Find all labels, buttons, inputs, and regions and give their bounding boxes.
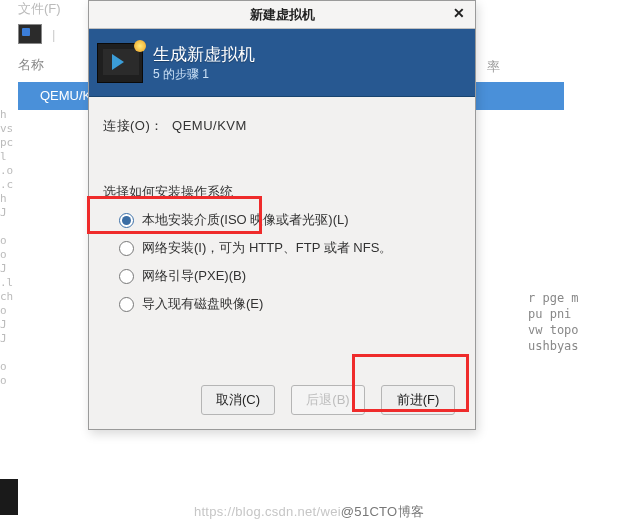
bg-terminal-right: r pge m pu pni vw topo ushbyas bbox=[528, 290, 618, 354]
radio-opt-local-iso[interactable]: 本地安装介质(ISO 映像或者光驱)(L) bbox=[119, 211, 463, 229]
dialog-body: 连接(O)： QEMU/KVM 选择如何安装操作系统 本地安装介质(ISO 映像… bbox=[89, 97, 475, 325]
column-header-name[interactable]: 名称 bbox=[18, 56, 44, 74]
radio-label-network-install: 网络安装(I)，可为 HTTP、FTP 或者 NFS。 bbox=[142, 239, 392, 257]
monitor-icon bbox=[18, 24, 42, 44]
install-method-label: 选择如何安装操作系统 bbox=[103, 183, 463, 201]
dialog-banner: 生成新虚拟机 5 的步骤 1 bbox=[89, 29, 475, 97]
radio-opt-import-disk[interactable]: 导入现有磁盘映像(E) bbox=[119, 295, 463, 313]
dialog-buttons: 取消(C) 后退(B) 前进(F) bbox=[89, 385, 475, 415]
radio-label-import-disk: 导入现有磁盘映像(E) bbox=[142, 295, 263, 313]
watermark: https://blog.csdn.net/wei@51CTO博客 bbox=[0, 503, 618, 521]
radio-opt-pxe[interactable]: 网络引导(PXE)(B) bbox=[119, 267, 463, 285]
cancel-button[interactable]: 取消(C) bbox=[201, 385, 275, 415]
radio-label-local-iso: 本地安装介质(ISO 映像或者光驱)(L) bbox=[142, 211, 349, 229]
main-menu-file[interactable]: 文件(F) bbox=[18, 0, 61, 18]
close-icon[interactable]: ✕ bbox=[449, 3, 469, 23]
install-method-radio-group: 本地安装介质(ISO 映像或者光驱)(L) 网络安装(I)，可为 HTTP、FT… bbox=[119, 211, 463, 313]
connection-key: 连接(O)： bbox=[103, 118, 164, 133]
dialog-title: 新建虚拟机 bbox=[250, 6, 315, 24]
bg-terminal-left: h vs pc l .o .c h J o o J .l ch o J J o … bbox=[0, 108, 18, 388]
dialog-titlebar: 新建虚拟机 ✕ bbox=[89, 1, 475, 29]
connection-value: QEMU/KVM bbox=[172, 118, 247, 133]
banner-step-subtitle: 5 的步骤 1 bbox=[153, 66, 255, 83]
back-button: 后退(B) bbox=[291, 385, 365, 415]
vm-monitor-icon bbox=[97, 43, 143, 83]
radio-label-pxe: 网络引导(PXE)(B) bbox=[142, 267, 246, 285]
banner-title: 生成新虚拟机 bbox=[153, 43, 255, 66]
connection-line: 连接(O)： QEMU/KVM bbox=[103, 117, 463, 135]
forward-button[interactable]: 前进(F) bbox=[381, 385, 455, 415]
radio-local-iso[interactable] bbox=[119, 213, 134, 228]
radio-opt-network-install[interactable]: 网络安装(I)，可为 HTTP、FTP 或者 NFS。 bbox=[119, 239, 463, 257]
toolbar-new-vm-icon[interactable]: | bbox=[18, 24, 55, 44]
new-vm-dialog: 新建虚拟机 ✕ 生成新虚拟机 5 的步骤 1 连接(O)： QEMU/KVM 选… bbox=[88, 0, 476, 430]
column-header-rate[interactable]: 率 bbox=[487, 58, 500, 76]
radio-network-install[interactable] bbox=[119, 241, 134, 256]
radio-import-disk[interactable] bbox=[119, 297, 134, 312]
radio-pxe[interactable] bbox=[119, 269, 134, 284]
